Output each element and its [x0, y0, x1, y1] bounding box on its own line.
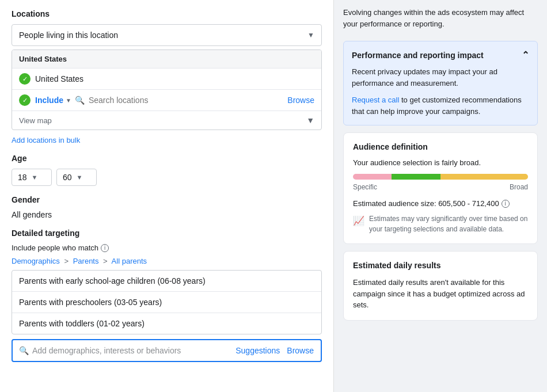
living-in-dropdown[interactable]: People living in this location ▼ — [12, 24, 322, 46]
breadcrumb-all-parents[interactable]: All parents — [112, 257, 147, 265]
shield-icon: ✓ — [19, 73, 31, 85]
detailed-targeting-title: Detailed targeting — [12, 229, 322, 238]
collapse-icon[interactable]: ⌃ — [522, 50, 529, 60]
daily-results-title: Estimated daily results — [353, 261, 528, 270]
intro-text: Evolving changes within the ads ecosyste… — [343, 7, 538, 29]
add-targeting-right: Suggestions Browse — [235, 346, 314, 355]
performance-card: Performance and reporting impact ⌃ Recen… — [343, 41, 538, 125]
include-button[interactable]: Include ▼ — [35, 96, 71, 105]
search-icon: 🔍 — [76, 96, 84, 104]
age-title: Age — [12, 154, 322, 163]
audience-card: Audience definition Your audience select… — [343, 132, 538, 244]
browse-button[interactable]: Browse — [287, 96, 314, 105]
breadcrumb-parents[interactable]: Parents — [73, 257, 99, 265]
add-targeting-placeholder: Add demographics, interests or behaviors — [32, 346, 181, 355]
chevron-down-icon: ▼ — [66, 97, 71, 104]
performance-body: Recent privacy updates may impact your a… — [352, 66, 529, 89]
location-box: United States ✓ United States ✓ Include … — [12, 50, 322, 130]
include-match-text: Include people who match — [12, 243, 98, 252]
performance-title-text: Performance and reporting impact — [352, 51, 484, 60]
view-map-text: View map — [19, 116, 52, 125]
age-to-value: 60 — [63, 173, 72, 182]
targeting-item: Parents with preschoolers (03-05 years) — [12, 292, 321, 313]
bar-green — [392, 174, 440, 180]
chart-icon: 📈 — [353, 214, 364, 228]
view-map-row: View map ▼ — [12, 111, 321, 130]
location-header: United States — [12, 50, 321, 68]
chevron-down-icon: ▼ — [306, 116, 314, 125]
age-row: 18 ▼ 60 ▼ — [12, 169, 322, 186]
bar-label-broad: Broad — [510, 183, 528, 191]
gender-section: Gender All genders — [12, 195, 322, 219]
gender-title: Gender — [12, 195, 322, 204]
location-item: ✓ United States — [12, 68, 321, 90]
include-label: Include — [35, 96, 63, 105]
living-in-label: People living in this location — [19, 31, 118, 40]
age-from-dropdown[interactable]: 18 ▼ — [12, 169, 52, 186]
include-shield-icon: ✓ — [19, 94, 31, 106]
bar-yellow — [440, 174, 528, 180]
breadcrumb-demographics[interactable]: Demographics — [12, 257, 60, 265]
bar-labels: Specific Broad — [353, 183, 528, 191]
locations-title: Locations — [12, 9, 322, 18]
targeting-list: Parents with early school-age children (… — [12, 270, 322, 334]
locations-section: Locations People living in this location… — [12, 9, 322, 144]
targeting-item: Parents with toddlers (01-02 years) — [12, 313, 321, 334]
age-section: Age 18 ▼ 60 ▼ — [12, 154, 322, 186]
age-from-value: 18 — [18, 173, 27, 182]
right-panel: Evolving changes within the ads ecosyste… — [334, 0, 547, 392]
add-targeting-left: 🔍 Add demographics, interests or behavio… — [20, 346, 181, 355]
search-icon: 🔍 — [20, 347, 28, 355]
estimates-note: 📈 Estimates may vary significantly over … — [353, 214, 528, 234]
bar-label-specific: Specific — [353, 183, 377, 191]
chevron-down-icon: ▼ — [32, 174, 38, 181]
chevron-down-icon: ▼ — [77, 174, 83, 181]
left-panel: Locations People living in this location… — [0, 0, 334, 392]
location-name: United States — [35, 74, 83, 83]
bar-red — [353, 174, 392, 180]
age-to-dropdown[interactable]: 60 ▼ — [56, 169, 97, 186]
suggestions-link[interactable]: Suggestions — [235, 346, 280, 355]
request-call-paragraph: Request a call to get customized recomme… — [352, 94, 529, 117]
performance-card-title: Performance and reporting impact ⌃ — [352, 50, 529, 60]
gender-value: All genders — [12, 210, 322, 219]
estimated-size-text: Estimated audience size: 605,500 - 712,4… — [353, 199, 499, 208]
daily-results-text: Estimated daily results aren't available… — [353, 277, 528, 311]
audience-title: Audience definition — [353, 142, 528, 151]
audience-subtitle: Your audience selection is fairly broad. — [353, 158, 528, 167]
include-match-label: Include people who match i — [12, 243, 322, 252]
audience-bar — [353, 174, 528, 180]
request-call-link[interactable]: Request a call — [352, 96, 399, 104]
breadcrumb: Demographics > Parents > All parents — [12, 257, 322, 265]
search-location-input[interactable] — [89, 96, 283, 105]
info-icon[interactable]: i — [502, 200, 510, 208]
daily-results-card: Estimated daily results Estimated daily … — [343, 251, 538, 321]
estimates-note-text: Estimates may vary significantly over ti… — [369, 214, 528, 234]
browse-targeting-link[interactable]: Browse — [287, 346, 314, 355]
include-row: ✓ Include ▼ 🔍 Browse — [12, 90, 321, 111]
breadcrumb-sep-2: > — [103, 257, 108, 265]
estimated-size: Estimated audience size: 605,500 - 712,4… — [353, 199, 528, 208]
targeting-item: Parents with early school-age children (… — [12, 271, 321, 292]
breadcrumb-sep-1: > — [64, 257, 69, 265]
info-icon[interactable]: i — [101, 244, 109, 252]
add-targeting-row[interactable]: 🔍 Add demographics, interests or behavio… — [12, 339, 322, 362]
detailed-targeting-section: Detailed targeting Include people who ma… — [12, 229, 322, 362]
chevron-down-icon: ▼ — [307, 31, 314, 39]
add-locations-link[interactable]: Add locations in bulk — [12, 136, 80, 144]
